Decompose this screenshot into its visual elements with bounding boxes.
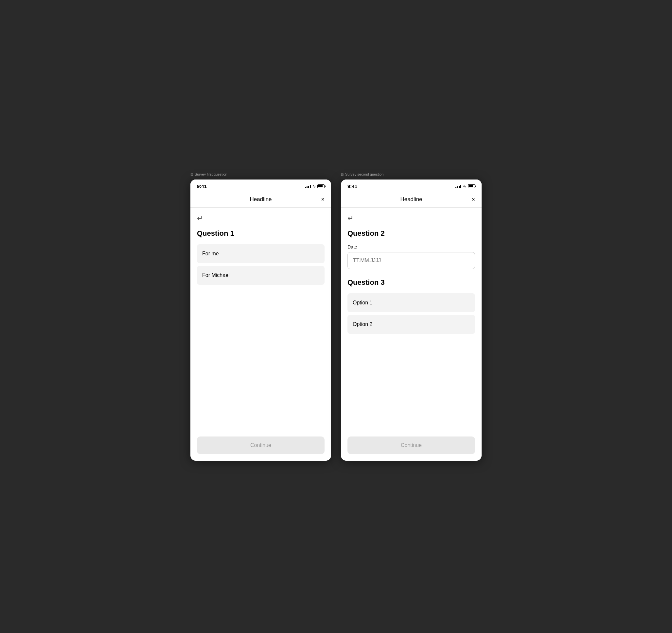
close-button-1[interactable]: × [321, 197, 325, 202]
option-1[interactable]: Option 1 [347, 293, 475, 312]
status-bar-2: 9:41 ∿ [341, 179, 482, 192]
date-input[interactable] [347, 252, 475, 269]
status-icons-1: ∿ [305, 184, 325, 189]
signal-icon-2 [455, 184, 461, 188]
header-2: Headline × [341, 192, 482, 208]
phone-screen1: 9:41 ∿ Headline × [190, 179, 331, 461]
wifi-icon-2: ∿ [463, 184, 466, 189]
header-title-2: Headline [400, 196, 422, 203]
phone-screen2: 9:41 ∿ Headline × [341, 179, 482, 461]
screen2-wrapper: Survey second question 9:41 ∿ [341, 172, 482, 461]
continue-button-2[interactable]: Continue [347, 436, 475, 454]
battery-icon-2 [468, 184, 475, 188]
close-button-2[interactable]: × [472, 197, 475, 202]
footer-1: Continue [197, 436, 325, 454]
screen2-label: Survey second question [341, 172, 383, 176]
wifi-icon-1: ∿ [312, 184, 316, 189]
screen1-label-text: Survey first question [195, 172, 227, 176]
footer-2: Continue [347, 436, 475, 454]
option-2[interactable]: Option 2 [347, 315, 475, 334]
question1-title: Question 1 [197, 229, 325, 238]
status-bar-1: 9:41 ∿ [190, 179, 331, 192]
content-2: ↵ Question 2 Date Question 3 Option 1 Op… [341, 208, 482, 461]
question3-title: Question 3 [347, 278, 475, 287]
header-title-1: Headline [249, 196, 271, 203]
header-1: Headline × [190, 192, 331, 208]
screen1-label: Survey first question [190, 172, 227, 176]
question2-title: Question 2 [347, 229, 475, 238]
screen1-wrapper: Survey first question 9:41 ∿ [190, 172, 331, 461]
option-list-2: Option 1 Option 2 [347, 293, 475, 334]
screens-container: Survey first question 9:41 ∿ [190, 172, 482, 461]
date-label: Date [347, 244, 475, 250]
option-for-me[interactable]: For me [197, 244, 325, 263]
signal-icon-1 [305, 184, 311, 188]
continue-button-1[interactable]: Continue [197, 436, 325, 454]
time-2: 9:41 [347, 183, 357, 189]
time-1: 9:41 [197, 183, 207, 189]
status-icons-2: ∿ [455, 184, 475, 189]
option-list-1: For me For Michael [197, 244, 325, 285]
content-1: ↵ Question 1 For me For Michael Continue [190, 208, 331, 461]
date-section: Date [347, 244, 475, 278]
option-for-michael[interactable]: For Michael [197, 266, 325, 285]
back-arrow-1[interactable]: ↵ [197, 214, 203, 223]
battery-icon-1 [317, 184, 325, 188]
screen2-label-text: Survey second question [345, 172, 383, 176]
back-arrow-2[interactable]: ↵ [347, 214, 353, 223]
